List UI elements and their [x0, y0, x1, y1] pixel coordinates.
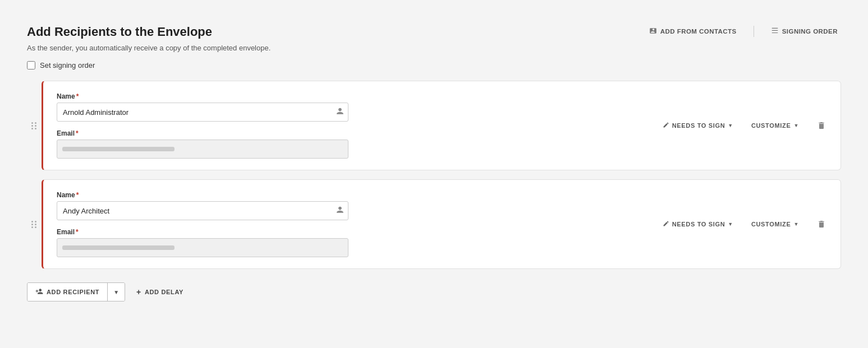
required-star: *: [76, 228, 79, 236]
recipients-list: Name* Email*: [27, 81, 841, 269]
signing-order-icon: [771, 27, 779, 36]
recipient-row-2: Name* Email*: [27, 179, 841, 269]
recipient-card-1: Name* Email*: [42, 81, 841, 170]
signing-order-text: Set signing order: [40, 61, 95, 69]
fields-section-2: Name* Email*: [57, 191, 637, 257]
signing-order-label: SIGNING ORDER: [782, 28, 838, 35]
drag-dot: [31, 128, 33, 129]
page-container: ADD FROM CONTACTS SIGNING ORDER Add Reci…: [11, 11, 857, 348]
plus-icon: +: [136, 287, 141, 296]
needs-to-sign-button-1[interactable]: NEEDS TO SIGN ▼: [659, 119, 737, 132]
name-label-1: Name*: [57, 92, 637, 100]
email-input-wrapper-1: [57, 140, 348, 159]
required-star: *: [76, 129, 79, 137]
customize-label-1: CUSTOMIZE: [751, 122, 791, 129]
delete-button-2[interactable]: [814, 217, 829, 231]
drag-dots-1: [31, 122, 37, 129]
drag-dots-2: [31, 221, 37, 228]
name-contact-icon-2[interactable]: [335, 205, 345, 217]
top-actions-divider: [754, 26, 754, 37]
drag-dot: [35, 224, 36, 225]
add-from-contacts-label: ADD FROM CONTACTS: [660, 28, 737, 35]
email-field-group-1: Email*: [57, 129, 637, 159]
name-input-wrapper-1: [57, 103, 348, 122]
signing-order-button[interactable]: SIGNING ORDER: [768, 25, 841, 38]
name-input-2[interactable]: [57, 201, 348, 220]
needs-to-sign-chevron-1: ▼: [728, 123, 733, 128]
card-actions-2: NEEDS TO SIGN ▼ CUSTOMIZE ▼: [637, 217, 829, 231]
needs-to-sign-label-1: NEEDS TO SIGN: [672, 122, 725, 129]
bottom-actions: ADD RECIPIENT ▼ + ADD DELAY: [27, 282, 841, 301]
email-label-1: Email*: [57, 129, 637, 137]
recipient-row-1: Name* Email*: [27, 81, 841, 170]
customize-chevron-2: ▼: [793, 221, 799, 227]
signing-order-checkbox[interactable]: [27, 61, 35, 69]
add-delay-label: ADD DELAY: [145, 289, 183, 295]
needs-to-sign-label-2: NEEDS TO SIGN: [672, 221, 725, 228]
drag-dot: [31, 226, 33, 228]
add-recipient-label: ADD RECIPIENT: [47, 289, 99, 295]
name-contact-icon-1[interactable]: [335, 106, 345, 118]
drag-dot: [31, 125, 33, 127]
add-recipient-group: ADD RECIPIENT ▼: [27, 282, 125, 301]
customize-chevron-1: ▼: [793, 123, 799, 128]
email-field-group-2: Email*: [57, 228, 637, 257]
top-actions: ADD FROM CONTACTS SIGNING ORDER: [646, 25, 841, 38]
drag-handle-1[interactable]: [27, 122, 42, 129]
add-recipient-dropdown-button[interactable]: ▼: [108, 283, 125, 301]
name-label-2: Name*: [57, 191, 637, 199]
pen-icon-2: [663, 220, 669, 228]
name-field-group-2: Name*: [57, 191, 637, 220]
drag-dot: [35, 128, 36, 129]
drag-dot: [35, 122, 36, 124]
drag-dot: [31, 224, 33, 225]
drag-dot: [31, 221, 33, 222]
customize-button-1[interactable]: CUSTOMIZE ▼: [748, 120, 802, 131]
fields-section-1: Name* Email*: [57, 92, 637, 159]
contacts-icon: [649, 27, 657, 36]
delete-button-1[interactable]: [814, 119, 829, 132]
drag-handle-2[interactable]: [27, 221, 42, 228]
required-star: *: [76, 191, 79, 199]
name-input-1[interactable]: [57, 103, 348, 122]
pen-icon-1: [663, 122, 669, 129]
add-from-contacts-button[interactable]: ADD FROM CONTACTS: [646, 25, 740, 38]
signing-order-row: Set signing order: [27, 61, 841, 69]
drag-dot: [31, 122, 33, 124]
dropdown-chevron-icon: ▼: [113, 289, 119, 295]
drag-dot: [35, 226, 36, 228]
needs-to-sign-chevron-2: ▼: [728, 221, 733, 227]
name-input-wrapper-2: [57, 201, 348, 220]
email-input-1[interactable]: [57, 140, 348, 159]
needs-to-sign-button-2[interactable]: NEEDS TO SIGN ▼: [659, 218, 737, 230]
email-label-2: Email*: [57, 228, 637, 236]
name-field-group-1: Name*: [57, 92, 637, 122]
required-star: *: [76, 92, 79, 100]
page-subtitle: As the sender, you automatically receive…: [27, 44, 841, 52]
customize-label-2: CUSTOMIZE: [751, 221, 791, 228]
add-recipient-button[interactable]: ADD RECIPIENT: [27, 283, 108, 301]
add-recipient-icon: [35, 287, 43, 296]
drag-dot: [35, 125, 36, 127]
card-actions-1: NEEDS TO SIGN ▼ CUSTOMIZE ▼: [637, 119, 829, 132]
drag-dot: [35, 221, 36, 222]
email-input-2[interactable]: [57, 238, 348, 257]
customize-button-2[interactable]: CUSTOMIZE ▼: [748, 219, 802, 230]
add-delay-button[interactable]: + ADD DELAY: [134, 283, 186, 301]
email-input-wrapper-2: [57, 238, 348, 257]
recipient-card-2: Name* Email*: [42, 179, 841, 269]
